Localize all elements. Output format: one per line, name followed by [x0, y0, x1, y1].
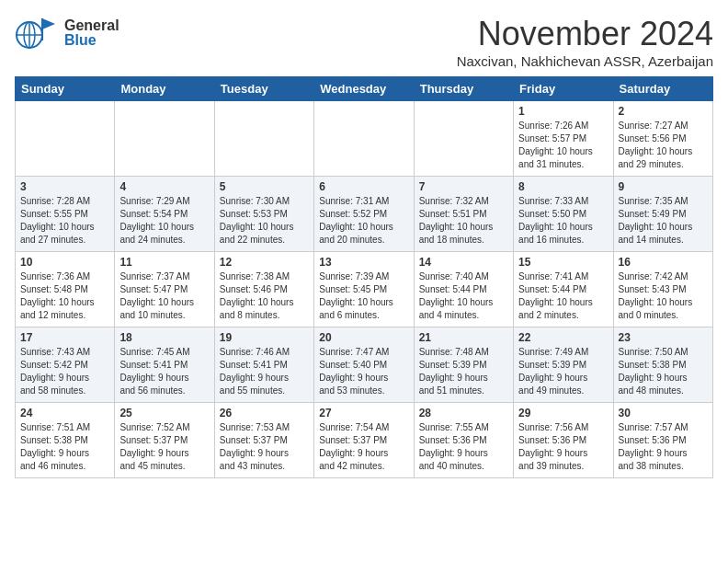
logo: General Blue — [15, 15, 119, 52]
calendar-cell: 26Sunrise: 7:53 AM Sunset: 5:37 PM Dayli… — [214, 403, 313, 478]
day-number: 9 — [619, 180, 708, 193]
calendar-cell: 5Sunrise: 7:30 AM Sunset: 5:53 PM Daylig… — [214, 177, 313, 252]
day-number: 19 — [220, 331, 309, 344]
day-number: 30 — [619, 407, 708, 419]
calendar-week-row: 24Sunrise: 7:51 AM Sunset: 5:38 PM Dayli… — [16, 403, 713, 478]
day-info: Sunrise: 7:36 AM Sunset: 5:48 PM Dayligh… — [20, 270, 109, 322]
day-number: 26 — [220, 407, 309, 419]
day-number: 15 — [518, 256, 608, 269]
day-info: Sunrise: 7:43 AM Sunset: 5:42 PM Dayligh… — [20, 346, 109, 397]
calendar-cell: 8Sunrise: 7:33 AM Sunset: 5:50 PM Daylig… — [514, 177, 613, 252]
day-info: Sunrise: 7:31 AM Sunset: 5:52 PM Dayligh… — [319, 195, 408, 247]
day-number: 16 — [619, 256, 708, 269]
day-number: 18 — [119, 331, 209, 344]
month-title: November 2024 — [457, 15, 713, 53]
day-info: Sunrise: 7:41 AM Sunset: 5:44 PM Dayligh… — [518, 270, 608, 322]
day-info: Sunrise: 7:30 AM Sunset: 5:53 PM Dayligh… — [220, 195, 309, 247]
day-info: Sunrise: 7:40 AM Sunset: 5:44 PM Dayligh… — [419, 270, 508, 322]
day-info: Sunrise: 7:50 AM Sunset: 5:38 PM Dayligh… — [619, 346, 708, 397]
calendar-cell: 28Sunrise: 7:55 AM Sunset: 5:36 PM Dayli… — [414, 403, 513, 478]
calendar-cell: 21Sunrise: 7:48 AM Sunset: 5:39 PM Dayli… — [414, 327, 513, 403]
calendar-week-row: 10Sunrise: 7:36 AM Sunset: 5:48 PM Dayli… — [16, 252, 713, 327]
day-number: 28 — [419, 407, 508, 419]
calendar-cell — [16, 101, 115, 177]
calendar-cell — [115, 101, 214, 177]
location: Naxcivan, Nakhichevan ASSR, Azerbaijan — [457, 53, 713, 69]
day-info: Sunrise: 7:55 AM Sunset: 5:36 PM Dayligh… — [419, 421, 508, 473]
day-info: Sunrise: 7:47 AM Sunset: 5:40 PM Dayligh… — [319, 346, 408, 397]
calendar-cell: 30Sunrise: 7:57 AM Sunset: 5:36 PM Dayli… — [613, 403, 712, 478]
calendar-cell: 15Sunrise: 7:41 AM Sunset: 5:44 PM Dayli… — [514, 252, 613, 327]
day-info: Sunrise: 7:33 AM Sunset: 5:50 PM Dayligh… — [518, 195, 608, 247]
calendar-cell — [314, 101, 414, 177]
calendar-cell: 18Sunrise: 7:45 AM Sunset: 5:41 PM Dayli… — [115, 327, 214, 403]
calendar-cell: 25Sunrise: 7:52 AM Sunset: 5:37 PM Dayli… — [115, 403, 214, 478]
calendar-cell: 14Sunrise: 7:40 AM Sunset: 5:44 PM Dayli… — [414, 252, 513, 327]
day-info: Sunrise: 7:39 AM Sunset: 5:45 PM Dayligh… — [319, 270, 408, 322]
day-number: 3 — [20, 180, 109, 193]
day-number: 25 — [119, 407, 209, 419]
calendar-cell: 17Sunrise: 7:43 AM Sunset: 5:42 PM Dayli… — [16, 327, 115, 403]
calendar-cell: 29Sunrise: 7:56 AM Sunset: 5:36 PM Dayli… — [514, 403, 613, 478]
weekday-header-wednesday: Wednesday — [314, 77, 414, 101]
logo-text: General Blue — [64, 18, 119, 48]
calendar-cell: 13Sunrise: 7:39 AM Sunset: 5:45 PM Dayli… — [314, 252, 414, 327]
day-info: Sunrise: 7:37 AM Sunset: 5:47 PM Dayligh… — [119, 270, 209, 322]
svg-marker-4 — [42, 18, 55, 29]
day-number: 23 — [619, 331, 708, 344]
day-info: Sunrise: 7:32 AM Sunset: 5:51 PM Dayligh… — [419, 195, 508, 247]
calendar-cell: 10Sunrise: 7:36 AM Sunset: 5:48 PM Dayli… — [16, 252, 115, 327]
day-number: 20 — [319, 331, 408, 344]
day-info: Sunrise: 7:29 AM Sunset: 5:54 PM Dayligh… — [119, 195, 209, 247]
day-number: 14 — [419, 256, 508, 269]
day-info: Sunrise: 7:51 AM Sunset: 5:38 PM Dayligh… — [20, 421, 109, 473]
logo-general: General — [64, 18, 119, 33]
day-number: 17 — [20, 331, 109, 344]
day-number: 22 — [518, 331, 608, 344]
weekday-header-tuesday: Tuesday — [214, 77, 313, 101]
weekday-header-thursday: Thursday — [414, 77, 513, 101]
day-number: 8 — [518, 180, 608, 193]
day-number: 24 — [20, 407, 109, 419]
calendar-cell: 7Sunrise: 7:32 AM Sunset: 5:51 PM Daylig… — [414, 177, 513, 252]
day-info: Sunrise: 7:53 AM Sunset: 5:37 PM Dayligh… — [220, 421, 309, 473]
day-info: Sunrise: 7:52 AM Sunset: 5:37 PM Dayligh… — [119, 421, 209, 473]
day-number: 13 — [319, 256, 408, 269]
calendar-week-row: 1Sunrise: 7:26 AM Sunset: 5:57 PM Daylig… — [16, 101, 713, 177]
calendar-cell: 16Sunrise: 7:42 AM Sunset: 5:43 PM Dayli… — [613, 252, 712, 327]
day-info: Sunrise: 7:46 AM Sunset: 5:41 PM Dayligh… — [220, 346, 309, 397]
calendar-cell: 20Sunrise: 7:47 AM Sunset: 5:40 PM Dayli… — [314, 327, 414, 403]
weekday-header-saturday: Saturday — [613, 77, 712, 101]
calendar-cell: 1Sunrise: 7:26 AM Sunset: 5:57 PM Daylig… — [514, 101, 613, 177]
weekday-header-row: SundayMondayTuesdayWednesdayThursdayFrid… — [16, 77, 713, 101]
day-info: Sunrise: 7:49 AM Sunset: 5:39 PM Dayligh… — [518, 346, 608, 397]
calendar-week-row: 3Sunrise: 7:28 AM Sunset: 5:55 PM Daylig… — [16, 177, 713, 252]
day-number: 27 — [319, 407, 408, 419]
day-number: 1 — [518, 105, 608, 118]
day-info: Sunrise: 7:54 AM Sunset: 5:37 PM Dayligh… — [319, 421, 408, 473]
calendar-cell: 2Sunrise: 7:27 AM Sunset: 5:56 PM Daylig… — [613, 101, 712, 177]
day-number: 7 — [419, 180, 508, 193]
weekday-header-monday: Monday — [115, 77, 214, 101]
calendar-cell: 11Sunrise: 7:37 AM Sunset: 5:47 PM Dayli… — [115, 252, 214, 327]
logo-blue: Blue — [64, 33, 119, 48]
calendar-cell: 9Sunrise: 7:35 AM Sunset: 5:49 PM Daylig… — [613, 177, 712, 252]
day-info: Sunrise: 7:26 AM Sunset: 5:57 PM Dayligh… — [518, 120, 608, 171]
calendar-cell — [214, 101, 313, 177]
day-info: Sunrise: 7:42 AM Sunset: 5:43 PM Dayligh… — [619, 270, 708, 322]
day-number: 5 — [220, 180, 309, 193]
day-info: Sunrise: 7:56 AM Sunset: 5:36 PM Dayligh… — [518, 421, 608, 473]
day-info: Sunrise: 7:35 AM Sunset: 5:49 PM Dayligh… — [619, 195, 708, 247]
day-number: 6 — [319, 180, 408, 193]
day-info: Sunrise: 7:38 AM Sunset: 5:46 PM Dayligh… — [220, 270, 309, 322]
calendar-table: SundayMondayTuesdayWednesdayThursdayFrid… — [15, 76, 713, 478]
day-info: Sunrise: 7:48 AM Sunset: 5:39 PM Dayligh… — [419, 346, 508, 397]
calendar-cell: 4Sunrise: 7:29 AM Sunset: 5:54 PM Daylig… — [115, 177, 214, 252]
day-number: 11 — [119, 256, 209, 269]
day-number: 2 — [619, 105, 708, 118]
calendar-cell: 24Sunrise: 7:51 AM Sunset: 5:38 PM Dayli… — [16, 403, 115, 478]
title-block: November 2024 Naxcivan, Nakhichevan ASSR… — [457, 15, 713, 69]
day-number: 4 — [119, 180, 209, 193]
day-number: 21 — [419, 331, 508, 344]
day-info: Sunrise: 7:28 AM Sunset: 5:55 PM Dayligh… — [20, 195, 109, 247]
